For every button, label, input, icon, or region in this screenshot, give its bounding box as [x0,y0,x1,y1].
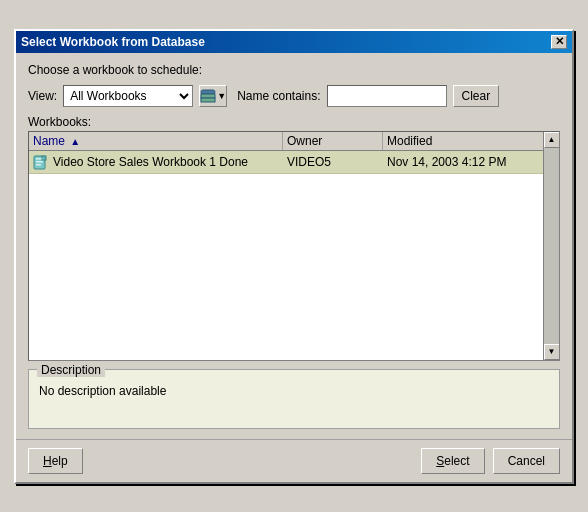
instruction-text: Choose a workbook to schedule: [28,63,560,77]
workbook-name: Video Store Sales Workbook 1 Done [53,155,248,169]
sort-arrow-name: ▲ [70,136,80,147]
title-bar: Select Workbook from Database ✕ [16,31,572,53]
description-legend: Description [37,363,105,377]
scroll-track [544,148,560,344]
view-select[interactable]: All Workbooks My Workbooks Recent [63,85,193,107]
view-icon-button[interactable]: ▼ [199,85,227,107]
table-header: Name ▲ Owner Modified [29,132,543,151]
select-button[interactable]: Select [421,448,484,474]
dialog-title: Select Workbook from Database [21,35,205,49]
footer-row: Help Select Cancel [16,439,572,482]
workbook-icon [33,154,49,170]
svg-rect-0 [201,90,215,94]
scroll-up-button[interactable]: ▲ [544,132,560,148]
svg-rect-1 [201,94,215,98]
help-button[interactable]: Help [28,448,83,474]
close-button[interactable]: ✕ [551,35,567,49]
cell-modified: Nov 14, 2003 4:12 PM [383,151,543,173]
description-text: No description available [39,384,166,398]
database-icon [200,89,216,103]
view-row: View: All Workbooks My Workbooks Recent … [28,85,560,107]
cell-name: Video Store Sales Workbook 1 Done [29,151,283,173]
footer-right-buttons: Select Cancel [421,448,560,474]
scrollbar: ▲ ▼ [543,132,559,360]
dialog-body: Choose a workbook to schedule: View: All… [16,53,572,439]
col-header-owner[interactable]: Owner [283,132,383,150]
table-row[interactable]: Video Store Sales Workbook 1 Done VIDEO5… [29,151,543,174]
workbooks-section: Workbooks: Name ▲ Owner Modified [28,115,560,361]
scroll-down-button[interactable]: ▼ [544,344,560,360]
svg-rect-2 [201,98,215,102]
svg-rect-5 [36,161,43,163]
select-workbook-dialog: Select Workbook from Database ✕ Choose a… [14,29,574,484]
workbooks-table[interactable]: Name ▲ Owner Modified [29,132,543,360]
col-header-name[interactable]: Name ▲ [29,132,283,150]
view-label: View: [28,89,57,103]
svg-rect-6 [36,164,41,166]
cell-owner: VIDEO5 [283,151,383,173]
name-contains-label: Name contains: [237,89,320,103]
cancel-button[interactable]: Cancel [493,448,560,474]
workbooks-table-container: Name ▲ Owner Modified [28,131,560,361]
col-header-modified[interactable]: Modified [383,132,543,150]
description-group: Description No description available [28,369,560,429]
help-underline: Help [43,454,68,468]
name-contains-input[interactable] [327,85,447,107]
dropdown-arrow-icon: ▼ [217,91,226,101]
clear-button[interactable]: Clear [453,85,500,107]
workbooks-label: Workbooks: [28,115,560,129]
